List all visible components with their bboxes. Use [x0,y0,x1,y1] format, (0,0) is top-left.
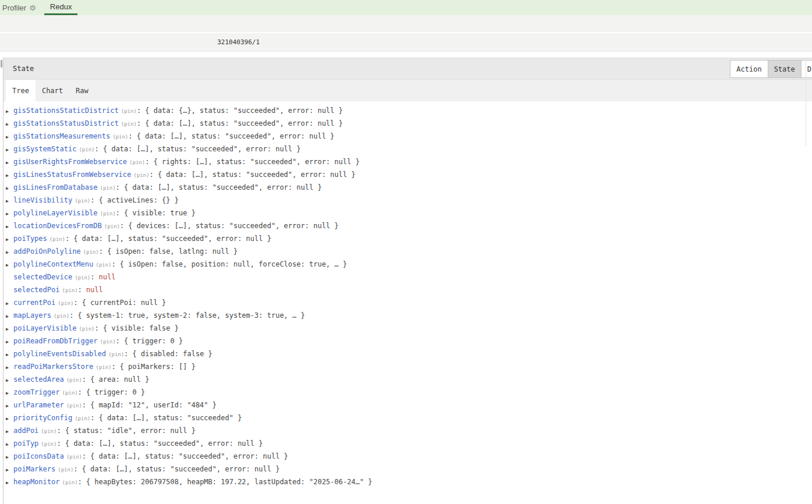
tree-row[interactable]: ▶urlParameter(pin):{ mapId: "12", userId… [3,399,812,411]
tree-row[interactable]: ▶poiTyp(pin):{ data: […], status: "succe… [3,437,812,450]
pin-button[interactable]: (pin) [121,121,137,127]
expand-arrow-icon[interactable]: ▶ [6,297,13,310]
pin-button[interactable]: (pin) [75,198,90,204]
state-key[interactable]: zoomTrigger [13,388,59,396]
pin-button[interactable]: (pin) [66,377,82,383]
tree-row[interactable]: ▶gisLinesStatusFromWebservice(pin):{ dat… [3,168,812,181]
pin-button[interactable]: (pin) [41,428,57,434]
expand-arrow-icon[interactable]: ▶ [6,425,13,438]
state-key[interactable]: gisLinesFromDatabase [13,183,98,191]
expand-arrow-icon[interactable]: ▶ [6,208,13,221]
expand-arrow-icon[interactable]: ▶ [6,464,13,477]
tab-profiler[interactable]: Profiler ⚙ [0,0,40,15]
pin-button[interactable]: (pin) [83,249,99,255]
tree-row[interactable]: ▶addPoi(pin):{ status: "idle", error: nu… [3,424,812,437]
tree-row[interactable]: ▶polylineEventsDisabled(pin):{ disabled:… [3,347,812,360]
state-key[interactable]: polylineContextMenu [13,260,93,268]
expand-arrow-icon[interactable]: ▶ [6,169,13,182]
pin-button[interactable]: (pin) [66,454,82,460]
state-view-button[interactable]: State [768,60,802,78]
pin-button[interactable]: (pin) [62,480,77,485]
expand-arrow-icon[interactable]: ▶ [6,387,13,400]
pin-button[interactable]: (pin) [104,223,120,229]
pin-button[interactable]: (pin) [58,300,73,306]
pin-button[interactable]: (pin) [54,313,69,319]
tab-raw[interactable]: Raw [69,80,95,101]
state-key[interactable]: gisSystemStatic [13,145,76,153]
pin-button[interactable]: (pin) [58,467,73,473]
pin-button[interactable]: (pin) [96,364,111,370]
tree-row[interactable]: ▶currentPoi(pin):{ currentPoi: null } [3,296,812,309]
pin-button[interactable]: (pin) [75,275,90,281]
state-key[interactable]: readPoiMarkersStore [13,363,93,371]
settings-gear-icon[interactable]: ⚙ [29,4,36,12]
expand-arrow-icon[interactable]: ▶ [6,438,13,451]
tree-row[interactable]: ▶poiReadFromDbTrigger(pin):{ trigger: 0 … [3,335,812,347]
pin-button[interactable]: (pin) [96,262,111,268]
tree-row[interactable]: ▶locationDevicesFromDB(pin):{ devices: [… [3,219,812,232]
action-view-button[interactable]: Action [730,60,768,78]
pin-button[interactable]: (pin) [62,390,77,396]
state-key[interactable]: polylineEventsDisabled [13,350,106,358]
tree-row[interactable]: ▶mapLayers(pin):{ system-1: true, system… [3,309,812,322]
expand-arrow-icon[interactable]: ▶ [6,233,13,246]
expand-arrow-icon[interactable]: ▶ [6,477,13,489]
state-key[interactable]: gisStationsStatusDistrict [13,119,119,127]
tree-row[interactable]: ▶polylineLayerVisible(pin):{ visible: tr… [3,207,812,219]
state-key[interactable]: gisUserRightsFromWebservice [13,158,127,166]
action-name[interactable]: 321040396/1 [217,38,260,46]
pin-button[interactable]: (pin) [75,416,90,421]
expand-arrow-icon[interactable]: ▶ [6,374,13,387]
expand-arrow-icon[interactable]: ▶ [6,131,13,144]
state-key[interactable]: poiTypes [13,235,47,243]
expand-arrow-icon[interactable]: ▶ [6,310,13,323]
expand-arrow-icon[interactable]: ▶ [6,221,13,233]
expand-arrow-icon[interactable]: ▶ [6,361,13,374]
tree-row[interactable]: ▶poiIconsData(pin):{ data: […], status: … [3,450,812,463]
state-key[interactable]: addPoiOnPolyline [13,247,81,255]
tree-row[interactable]: ▶gisStationsStaticDistrict(pin):{ data: … [3,104,812,117]
state-key[interactable]: mapLayers [13,311,51,320]
expand-arrow-icon[interactable]: ▶ [6,451,13,464]
expand-arrow-icon[interactable]: ▶ [6,336,13,349]
state-key[interactable]: lineVisibility [13,196,72,204]
expand-arrow-icon[interactable]: ▶ [6,413,13,425]
state-key[interactable]: currentPoi [13,299,55,307]
state-key[interactable]: selectedArea [13,375,64,384]
pin-button[interactable]: (pin) [41,441,57,447]
pin-button[interactable]: (pin) [112,134,128,140]
state-key[interactable]: urlParameter [13,401,64,409]
tree-row[interactable]: ▶heapMonitor(pin):{ heapBytes: 206797508… [3,475,812,488]
pin-button[interactable]: (pin) [62,288,77,293]
tree-row[interactable]: ▶readPoiMarkersStore(pin):{ poiMarkers: … [3,360,812,373]
left-scrollbar-thumb[interactable] [1,60,2,68]
tree-row[interactable]: ▶priorityConfig(pin):{ data: […], status… [3,411,812,424]
state-key[interactable]: poiTyp [13,439,38,448]
state-key[interactable]: poiLayerVisible [13,324,76,332]
pin-button[interactable]: (pin) [79,147,94,152]
state-key[interactable]: priorityConfig [13,414,72,422]
tree-row[interactable]: ▶gisSystemStatic(pin):{ data: […], statu… [3,143,812,155]
tree-row[interactable]: ▶polylineContextMenu(pin):{ isOpen: fals… [3,258,812,271]
state-key[interactable]: poiMarkers [13,465,55,473]
pin-button[interactable]: (pin) [133,172,149,178]
state-key[interactable]: polylineLayerVisible [13,209,98,217]
diff-view-button[interactable]: D [801,60,812,78]
expand-arrow-icon[interactable]: ▶ [6,246,13,259]
tree-row[interactable]: ▶gisLinesFromDatabase(pin):{ data: […], … [3,181,812,194]
state-key[interactable]: addPoi [13,427,38,435]
state-key[interactable]: gisStationsMeasurements [13,132,110,140]
tree-row[interactable]: ▶gisStationsMeasurements(pin):{ data: […… [3,130,812,143]
tree-row[interactable]: ▶gisStationsStatusDistrict(pin):{ data: … [3,117,812,130]
state-key[interactable]: gisStationsStaticDistrict [13,107,119,115]
tree-row[interactable]: ▶lineVisibility(pin):{ activeLines: {} } [3,194,812,207]
tree-row[interactable]: ▶selectedArea(pin):{ area: null } [3,373,812,386]
tab-tree[interactable]: Tree [6,80,36,101]
expand-arrow-icon[interactable]: ▶ [6,157,13,169]
pin-button[interactable]: (pin) [79,326,94,332]
pin-button[interactable]: (pin) [129,159,145,165]
tab-chart[interactable]: Chart [36,80,69,101]
expand-arrow-icon[interactable]: ▶ [6,144,13,157]
state-key[interactable]: gisLinesStatusFromWebservice [13,171,131,179]
tree-row[interactable]: ▶gisUserRightsFromWebservice(pin):{ righ… [3,155,812,168]
